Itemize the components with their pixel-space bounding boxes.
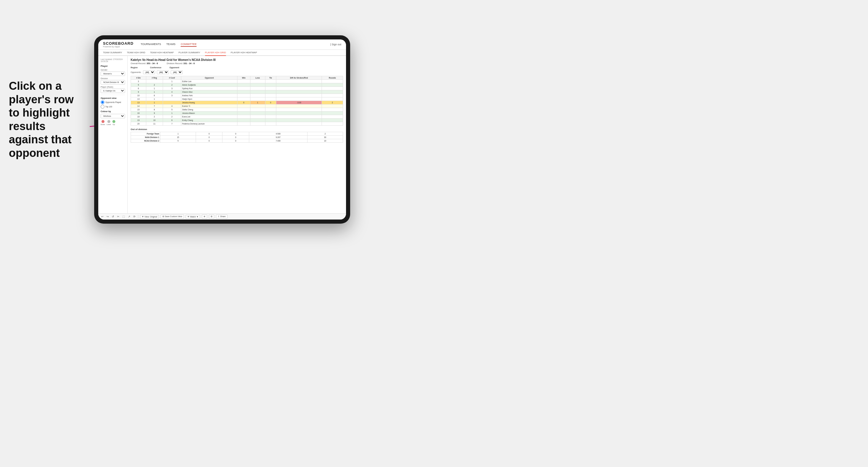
conference-filter[interactable]: (All) xyxy=(157,70,169,74)
annotation: Click on a player's row to highlight res… xyxy=(9,80,85,160)
radio-top100[interactable]: Top 100 xyxy=(101,105,125,108)
table-row[interactable]: 131Jessica Huang010-3.002 xyxy=(131,101,343,104)
th-reg: # Reg xyxy=(146,76,163,80)
subnav-team-h2h-grid[interactable]: TEAM H2H GRID xyxy=(127,50,145,56)
ood-table-row[interactable]: NCAA Division 25007.40010 xyxy=(131,139,343,143)
logo-area: SCOREBOARD Powered by clippd xyxy=(103,41,133,48)
th-rounds: Rounds xyxy=(322,76,343,80)
region-filter[interactable]: (All) xyxy=(143,70,155,74)
tablet-screen: SCOREBOARD Powered by clippd TOURNAMENTS… xyxy=(98,39,346,220)
sign-out[interactable]: | Sign out xyxy=(330,43,341,46)
nav-link-tournaments[interactable]: TOURNAMENTS xyxy=(141,42,161,47)
records-row: Overall Record: 353 - 34 - 6 Division Re… xyxy=(131,62,343,65)
radio-opponents-played[interactable]: Opponents Played xyxy=(101,100,125,104)
opponent-filter[interactable]: (All) xyxy=(170,70,183,74)
player-section-title: Player xyxy=(101,65,125,67)
ood-table-row[interactable]: NAIA Division 115009.26730 xyxy=(131,136,343,139)
tablet-frame: SCOREBOARD Powered by clippd TOURNAMENTS… xyxy=(94,35,350,224)
colour-by-select[interactable]: Win/loss xyxy=(101,114,125,118)
filters-row: Region Conference Opponent xyxy=(131,66,343,68)
subnav-player-h2h-heatmap[interactable]: PLAYER H2H HEATMAP xyxy=(231,50,257,56)
copy-button[interactable]: ⬚ xyxy=(122,215,126,218)
player-rank-label: Player (Rank) xyxy=(101,86,125,88)
sidebar: Last Updated: 27/03/2024 16:55:28 Player… xyxy=(98,56,128,213)
table-row[interactable]: 522Alexis Sudjianto xyxy=(131,83,343,87)
colour-by-title: Colour by xyxy=(101,110,125,113)
player-rank-select[interactable]: 8. Katelyn Vo xyxy=(101,89,125,93)
watch-button[interactable]: 👁 Watch ▼ xyxy=(186,215,200,219)
logo-text: SCOREBOARD xyxy=(103,41,133,45)
division-label: Division xyxy=(101,77,125,80)
table-row[interactable]: 20117Federica Domecq Lacroze xyxy=(131,122,343,126)
colour-up-label: Up xyxy=(113,124,115,125)
right-panel: Katelyn Vo Head-to-Head Grid for Women's… xyxy=(128,56,346,213)
table-row[interactable]: 19106Emily Chang xyxy=(131,119,343,122)
bottom-toolbar: ↩ ↪ ↺ ✂ ⬚ ↗ ⟳ 👁 View: Original ⊞ Save Cu… xyxy=(98,213,346,220)
annotation-text: Click on a player's row to highlight res… xyxy=(9,80,85,160)
table-row[interactable]: 914Sharon Mun xyxy=(131,90,343,94)
table-row[interactable]: 1474Eunice Yi xyxy=(131,104,343,108)
subnav-team-summary[interactable]: TEAM SUMMARY xyxy=(103,50,122,56)
undo-button[interactable]: ↩ xyxy=(101,215,104,218)
conference-section: Conference xyxy=(150,66,168,68)
th-win: Win xyxy=(238,76,250,80)
ood-table-row[interactable]: Foreign Team1004.5002 xyxy=(131,132,343,136)
gender-select[interactable]: Women's xyxy=(101,71,125,76)
table-row[interactable]: 31Esther Lee xyxy=(131,80,343,83)
colour-level-label: Level xyxy=(106,124,111,125)
refresh-button[interactable]: ⟳ xyxy=(133,215,136,218)
table-row[interactable]: 1585Stella Cheng xyxy=(131,108,343,112)
division-select[interactable]: NCAA Division III xyxy=(101,80,125,85)
region-section: Region xyxy=(131,66,148,68)
logo-sub: Powered by clippd xyxy=(103,45,133,48)
nav-link-committee[interactable]: COMMITTEE xyxy=(181,42,196,47)
nav-left: SCOREBOARD Powered by clippd TOURNAMENTS… xyxy=(103,41,196,48)
colour-down-label: Down xyxy=(101,124,105,125)
colour-legend: Down Level Up xyxy=(101,120,125,125)
nav-links: TOURNAMENTS TEAMS COMMITTEE xyxy=(141,42,196,47)
reset-button[interactable]: ↺ xyxy=(111,215,115,218)
h2h-table: # Div # Reg # Conf Opponent Win Loss Tie… xyxy=(131,76,343,126)
subnav-player-h2h-grid[interactable]: PLAYER H2H GRID xyxy=(205,50,226,56)
nav-link-teams[interactable]: TEAMS xyxy=(166,42,175,47)
panel-title: Katelyn Vo Head-to-Head Grid for Women's… xyxy=(131,58,343,62)
export-button[interactable]: ↗ xyxy=(127,215,131,218)
colour-level xyxy=(107,120,110,123)
out-of-division-title: Out of division xyxy=(131,128,343,131)
th-div: # Div xyxy=(131,76,146,80)
th-tie: Tie xyxy=(265,76,276,80)
opponents-label: Opponents: xyxy=(131,71,141,73)
th-diff: Diff Av Strokes/Rnd xyxy=(276,76,322,80)
share-button[interactable]: ⇪ Share xyxy=(216,215,227,219)
table-row[interactable]: 1822Euna Lee xyxy=(131,115,343,119)
th-conf: # Conf xyxy=(163,76,181,80)
colour-down xyxy=(101,120,104,123)
th-opponent: Opponent xyxy=(181,76,238,80)
opponent-section: Opponent xyxy=(169,66,187,68)
view-original-button[interactable]: 👁 View: Original xyxy=(140,215,159,219)
filters-selects-row: Opponents: (All) (All) (All) xyxy=(131,70,343,74)
opponent-view-title: Opponent view xyxy=(101,97,125,99)
sidebar-timestamp: Last Updated: 27/03/2024 16:55:28 xyxy=(101,58,125,62)
subnav-player-summary[interactable]: PLAYER SUMMARY xyxy=(179,50,200,56)
th-loss: Loss xyxy=(250,76,265,80)
grid-button[interactable]: ⊞ xyxy=(209,215,214,219)
table-row[interactable]: 131Haejo Hyun xyxy=(131,97,343,101)
main-content: Last Updated: 27/03/2024 16:55:28 Player… xyxy=(98,56,346,213)
redo-button[interactable]: ↪ xyxy=(106,215,110,218)
top-nav: SCOREBOARD Powered by clippd TOURNAMENTS… xyxy=(98,39,346,50)
colour-up xyxy=(113,120,115,123)
subnav-team-h2h-heatmap[interactable]: TEAM H2H HEATMAP xyxy=(150,50,174,56)
table-row[interactable]: 1691Jessica Mason xyxy=(131,112,343,115)
sub-nav: TEAM SUMMARY TEAM H2H GRID TEAM H2H HEAT… xyxy=(98,50,346,56)
cut-button[interactable]: ✂ xyxy=(117,215,120,218)
table-row[interactable]: 613Sydney Kuo xyxy=(131,87,343,90)
table-row[interactable]: 1063Andrea York xyxy=(131,94,343,97)
zoom-button[interactable]: ⊕ xyxy=(202,215,207,219)
save-custom-view-button[interactable]: ⊞ Save Custom View xyxy=(161,215,184,219)
gender-label: Gender xyxy=(101,69,125,71)
out-of-division-table: Foreign Team1004.5002NAIA Division 11500… xyxy=(131,132,343,143)
